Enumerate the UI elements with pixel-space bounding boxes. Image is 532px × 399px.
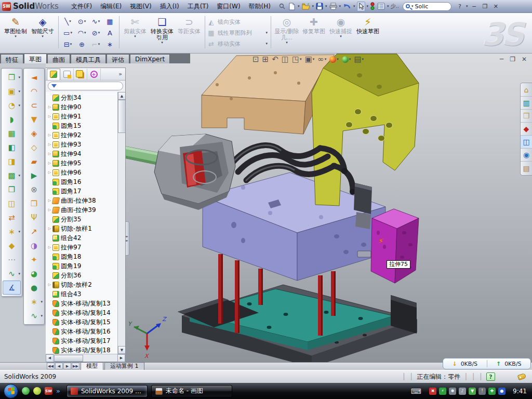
spline-tool[interactable]: ∿▾ bbox=[89, 16, 103, 27]
panel-expand-chevron[interactable]: » bbox=[115, 71, 125, 77]
dropdown-arrow-icon[interactable]: ▾ bbox=[300, 58, 302, 61]
tree-item[interactable]: 实体-移动/复制14 bbox=[47, 308, 117, 317]
mold-tool-15[interactable]: ◕ bbox=[25, 267, 43, 281]
menu-编辑(E)[interactable]: 编辑(E) bbox=[96, 1, 126, 12]
tree-item[interactable]: 分割34 bbox=[47, 93, 117, 102]
tree-item[interactable]: 实体-移动/复制16 bbox=[47, 327, 117, 336]
scroll-down-icon[interactable]: ▼ bbox=[118, 346, 125, 354]
undo-dropdown[interactable]: ▾ bbox=[353, 5, 355, 8]
undo-icon[interactable] bbox=[342, 2, 352, 11]
toolbar-overflow[interactable]: 少.. bbox=[391, 3, 399, 10]
feature-tool-1[interactable]: ❒▾ bbox=[3, 70, 21, 84]
offset-entities-button[interactable]: ⊃等距实体 bbox=[176, 15, 203, 45]
dropdown-arrow-icon[interactable]: ▾ bbox=[18, 76, 20, 79]
tab-DimXpert[interactable]: DimXpert bbox=[130, 54, 170, 63]
quick-snaps-button[interactable]: ◉快速捕捉▾ bbox=[327, 15, 354, 45]
arc-tool[interactable]: ◠▾ bbox=[75, 27, 89, 38]
feature-tool-10[interactable]: ◫ bbox=[3, 196, 21, 210]
tree-item[interactable]: 圆角15 bbox=[47, 121, 117, 130]
dropdown-arrow-icon[interactable]: ▾ bbox=[41, 300, 43, 304]
menu-视图(V)[interactable]: 视图(V) bbox=[126, 1, 156, 12]
menu-文件(F)[interactable]: 文件(F) bbox=[67, 1, 96, 12]
rapid-sketch-button[interactable]: ⚡快速草图 bbox=[354, 15, 381, 45]
dropdown-arrow-icon[interactable]: ▾ bbox=[265, 42, 268, 46]
options-list-icon[interactable] bbox=[377, 2, 385, 11]
tab-模具工具[interactable]: 模具工具 bbox=[71, 54, 106, 63]
toolbox-tab[interactable]: ◆ bbox=[521, 123, 532, 136]
feature-tool-14[interactable]: ⋯ bbox=[3, 252, 21, 267]
mold-tool-7[interactable]: ▰ bbox=[25, 154, 43, 168]
propertymanager-tab[interactable] bbox=[60, 69, 74, 80]
gray-cam-part[interactable] bbox=[154, 134, 235, 210]
volume-tray-icon[interactable]: ♪ bbox=[459, 388, 466, 395]
feature-tool-4[interactable]: ◗ bbox=[3, 112, 21, 126]
olive-yoke[interactable] bbox=[312, 54, 419, 206]
tree-item[interactable]: 圆角16 bbox=[47, 177, 117, 187]
menu-帮助(H)[interactable]: 帮助(H) bbox=[245, 1, 275, 12]
tree-item[interactable]: 组合43 bbox=[47, 289, 117, 299]
rectangle-tool[interactable]: ▭▾ bbox=[61, 27, 75, 38]
dropdown-arrow-icon[interactable]: ▾ bbox=[325, 58, 327, 61]
dropdown-arrow-icon[interactable]: ▾ bbox=[15, 35, 17, 38]
security-suite-tray-icon[interactable]: ⚡ bbox=[439, 388, 446, 395]
tree-item[interactable]: 实体-移动/复制18 bbox=[47, 345, 117, 354]
circle-tool[interactable]: ⊙▾ bbox=[75, 16, 89, 27]
mold-tool-16[interactable]: ● bbox=[25, 281, 43, 295]
scroll-right-icon[interactable]: ▶ bbox=[117, 354, 125, 362]
options-dropdown[interactable]: ▾ bbox=[387, 5, 389, 8]
zoom-to-area-button[interactable]: ⊞ bbox=[262, 55, 269, 64]
first-tab-icon[interactable]: ◀◀ bbox=[47, 363, 55, 369]
menu-窗口(W)[interactable]: 窗口(W) bbox=[212, 1, 244, 12]
tree-item[interactable]: 圆角18 bbox=[47, 252, 117, 261]
tree-item[interactable]: 实体-移动/复制17 bbox=[47, 336, 117, 345]
open-icon[interactable] bbox=[301, 2, 311, 11]
dropdown-arrow-icon[interactable]: ▾ bbox=[18, 230, 20, 234]
mold-tool-11[interactable]: Ψ bbox=[25, 210, 43, 224]
mold-tool-14[interactable]: ✦ bbox=[25, 252, 43, 267]
tree-item[interactable]: ▷拉伸95 bbox=[47, 158, 117, 168]
mold-tool-13[interactable]: ◑ bbox=[25, 238, 43, 252]
expand-arrow-icon[interactable]: ▷ bbox=[47, 208, 52, 212]
tree-item[interactable]: ▷拉伸94 bbox=[47, 149, 117, 158]
doc-restore-icon[interactable]: ❐ bbox=[510, 56, 515, 63]
dropdown-arrow-icon[interactable]: ▾ bbox=[18, 104, 20, 108]
tree-item[interactable]: ▷切除-放样1 bbox=[47, 224, 117, 233]
print-icon[interactable] bbox=[329, 2, 338, 11]
dropdown-arrow-icon[interactable]: ▾ bbox=[84, 31, 86, 35]
feature-tool-8[interactable]: ▩▾ bbox=[3, 168, 21, 182]
expand-arrow-icon[interactable]: ▷ bbox=[47, 105, 52, 109]
featuremanager-tab[interactable] bbox=[47, 69, 60, 80]
tree-horizontal-scrollbar[interactable]: ◀ ▶ bbox=[46, 354, 125, 362]
net-speed-widget[interactable]: ↓0KB/S ↑0KB/S bbox=[443, 358, 531, 369]
dropdown-arrow-icon[interactable]: ▾ bbox=[349, 58, 351, 61]
dimxpertmanager-tab[interactable]: + bbox=[87, 69, 101, 80]
feature-tool-9[interactable]: ❒ bbox=[3, 182, 21, 196]
mold-tool-4[interactable]: ▼ bbox=[25, 112, 43, 126]
taskbar-task-solidworks[interactable]: SolidWorks 2009 - ... bbox=[66, 385, 148, 397]
expand-arrow-icon[interactable]: ▷ bbox=[47, 283, 52, 287]
mirror-entities-button[interactable]: ◭镜向实体 bbox=[207, 17, 269, 27]
smart-dimension-button[interactable]: ◈智能尺寸▾ bbox=[29, 15, 56, 38]
model-tab-模型[interactable]: 模型 bbox=[81, 362, 103, 370]
quicklaunch-overflow-chevron[interactable]: » bbox=[56, 387, 60, 395]
restore-button[interactable]: ❐ bbox=[480, 3, 489, 10]
line-tool[interactable]: ╲▾ bbox=[61, 16, 75, 27]
section-view-button[interactable]: ◫ bbox=[282, 55, 289, 64]
taskbar-task-paint[interactable]: 未命名 - 画图 bbox=[151, 385, 232, 397]
tab-曲面[interactable]: 曲面 bbox=[47, 54, 70, 63]
sketch-text-tool[interactable]: A bbox=[103, 27, 117, 38]
menu-插入(I)[interactable]: 插入(I) bbox=[156, 1, 183, 12]
tree-item[interactable]: ▷拉伸93 bbox=[47, 140, 117, 149]
download-manager-tray-icon[interactable]: ▼ bbox=[469, 388, 476, 395]
dropdown-arrow-icon[interactable]: ▾ bbox=[69, 20, 71, 23]
doc-minimize-icon[interactable]: ─ bbox=[500, 56, 503, 63]
ellipse-tool[interactable]: ⊘▾ bbox=[89, 27, 103, 38]
repair-sketch-button[interactable]: ✚修复草图 bbox=[300, 15, 327, 45]
mold-tool-8[interactable]: ▶ bbox=[25, 168, 43, 182]
dropdown-arrow-icon[interactable]: ▾ bbox=[84, 20, 86, 23]
start-button[interactable] bbox=[4, 384, 18, 398]
mold-tool-9[interactable]: ⊗ bbox=[25, 182, 43, 196]
tree-item[interactable]: ▷切除-放样2 bbox=[47, 280, 117, 289]
hscrollbar-thumb[interactable] bbox=[54, 355, 83, 362]
slot-tool[interactable]: ⊟▾ bbox=[61, 38, 75, 50]
